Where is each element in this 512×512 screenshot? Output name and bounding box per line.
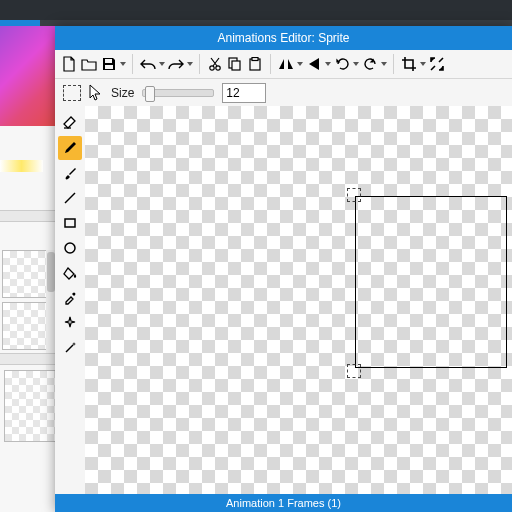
copy-button[interactable] bbox=[225, 54, 245, 74]
svg-line-8 bbox=[65, 193, 75, 203]
main-toolbar bbox=[55, 50, 512, 79]
window-title: Animations Editor: Sprite bbox=[55, 26, 512, 50]
circle-tool[interactable] bbox=[58, 236, 82, 260]
toolbar-divider bbox=[199, 54, 200, 74]
eraser-tool[interactable] bbox=[58, 111, 82, 135]
pencil-tool[interactable] bbox=[58, 136, 82, 160]
dropdown-icon[interactable] bbox=[324, 54, 332, 74]
crop-button[interactable] bbox=[399, 54, 419, 74]
svg-point-2 bbox=[210, 66, 214, 70]
cut-button[interactable] bbox=[205, 54, 225, 74]
save-button[interactable] bbox=[99, 54, 119, 74]
rectangle-tool[interactable] bbox=[58, 211, 82, 235]
flip-vertical-button[interactable] bbox=[304, 54, 324, 74]
selection-handle-tl[interactable] bbox=[347, 188, 361, 202]
tool-options-bar: Size bbox=[55, 79, 512, 108]
sparkle-tool[interactable] bbox=[58, 311, 82, 335]
svg-rect-7 bbox=[252, 58, 258, 61]
wand-tool[interactable] bbox=[58, 336, 82, 360]
selection-rectangle[interactable] bbox=[355, 196, 507, 368]
undo-dropdown-icon[interactable] bbox=[158, 54, 166, 74]
flip-horizontal-button[interactable] bbox=[276, 54, 296, 74]
rotate-cw-button[interactable] bbox=[360, 54, 380, 74]
tool-palette bbox=[55, 106, 86, 494]
rotate-ccw-button[interactable] bbox=[332, 54, 352, 74]
sprite-thumb[interactable] bbox=[4, 370, 56, 442]
size-label: Size bbox=[111, 86, 134, 100]
thumbnail-list bbox=[0, 246, 55, 354]
expand-button[interactable] bbox=[427, 54, 447, 74]
open-button[interactable] bbox=[79, 54, 99, 74]
toolbar-divider bbox=[132, 54, 133, 74]
dropdown-icon[interactable] bbox=[296, 54, 304, 74]
sprite-thumb[interactable] bbox=[2, 250, 50, 298]
hue-slider[interactable] bbox=[0, 160, 43, 172]
svg-rect-1 bbox=[105, 65, 113, 69]
redo-dropdown-icon[interactable] bbox=[186, 54, 194, 74]
toolbar-divider bbox=[270, 54, 271, 74]
dropdown-icon[interactable] bbox=[419, 54, 427, 74]
svg-rect-0 bbox=[105, 59, 112, 63]
editor-window: Animations Editor: Sprite Size bbox=[55, 26, 512, 512]
svg-point-3 bbox=[216, 66, 220, 70]
svg-rect-9 bbox=[65, 219, 75, 227]
svg-rect-5 bbox=[232, 61, 240, 70]
selection-handle-bl[interactable] bbox=[347, 364, 361, 378]
save-dropdown-icon[interactable] bbox=[119, 54, 127, 74]
background-panel bbox=[0, 26, 56, 512]
line-tool[interactable] bbox=[58, 186, 82, 210]
sprite-thumb[interactable] bbox=[2, 302, 50, 350]
cursor-icon bbox=[89, 84, 103, 102]
panel-divider bbox=[0, 353, 55, 365]
brush-tool[interactable] bbox=[58, 161, 82, 185]
toolbar-divider bbox=[393, 54, 394, 74]
footer-bar[interactable]: Animation 1 Frames (1) bbox=[55, 494, 512, 512]
dropdown-icon[interactable] bbox=[352, 54, 360, 74]
redo-button[interactable] bbox=[166, 54, 186, 74]
canvas-area[interactable] bbox=[85, 106, 512, 494]
fill-tool[interactable] bbox=[58, 261, 82, 285]
eyedropper-tool[interactable] bbox=[58, 286, 82, 310]
svg-point-10 bbox=[65, 243, 75, 253]
color-gradient[interactable] bbox=[0, 26, 55, 126]
size-slider[interactable] bbox=[142, 89, 214, 97]
size-input[interactable] bbox=[222, 83, 266, 103]
selection-marquee-icon[interactable] bbox=[63, 85, 81, 101]
panel-divider bbox=[0, 210, 55, 222]
new-file-button[interactable] bbox=[59, 54, 79, 74]
undo-button[interactable] bbox=[138, 54, 158, 74]
paste-button[interactable] bbox=[245, 54, 265, 74]
dropdown-icon[interactable] bbox=[380, 54, 388, 74]
